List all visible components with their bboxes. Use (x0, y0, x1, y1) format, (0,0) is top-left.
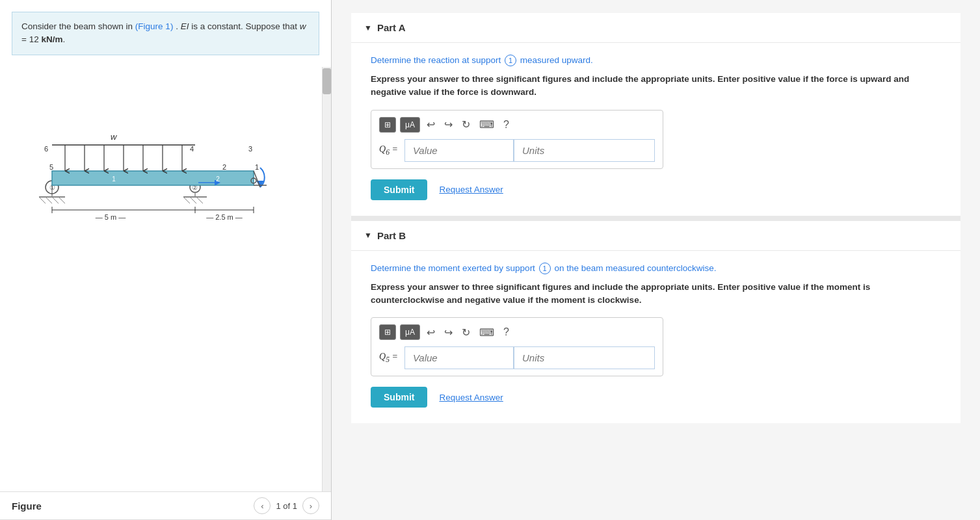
part-a-input-label: Q6 = (379, 144, 398, 157)
part-b-mu-button[interactable]: μA (400, 324, 420, 340)
part-b-matrix-button[interactable]: ⊞ (379, 324, 396, 340)
parts-divider (351, 216, 960, 221)
svg-text:w: w (111, 132, 118, 142)
part-a-section: ▼ Part A Determine the reaction at suppo… (351, 13, 960, 216)
right-panel: ▼ Part A Determine the reaction at suppo… (332, 0, 980, 520)
part-a-header[interactable]: ▼ Part A (351, 13, 960, 43)
figure-prev-button[interactable]: ‹ (254, 497, 271, 514)
left-panel: Consider the beam shown in (Figure 1) . … (0, 0, 332, 520)
part-b-request-answer-button[interactable]: Request Answer (439, 393, 503, 402)
figure-count: 1 of 1 (276, 501, 297, 511)
problem-text-before: Consider the beam shown in (21, 21, 135, 31)
figure-next-button[interactable]: › (302, 497, 319, 514)
part-a-mu-button[interactable]: μA (400, 117, 420, 133)
part-b-submit-button[interactable]: Submit (371, 387, 427, 408)
figure-link[interactable]: (Figure 1) (135, 21, 174, 31)
part-b-section: ▼ Part B Determine the moment exerted by… (351, 221, 960, 424)
part-a-answer-box: ⊞ μA ↩ ↪ ↻ ⌨ ? Q6 = (371, 110, 663, 169)
part-a-body: Determine the reaction at support 1 meas… (351, 43, 960, 216)
part-b-chevron-icon: ▼ (364, 231, 372, 240)
svg-text:1: 1 (112, 176, 116, 183)
part-a-title: Part A (377, 22, 406, 33)
svg-text:5: 5 (49, 163, 53, 171)
scroll-thumb (323, 68, 331, 94)
svg-rect-15 (52, 171, 254, 185)
mu-icon-b: μA (405, 328, 415, 337)
part-b-body: Determine the moment exerted by support … (351, 251, 960, 424)
part-b-input-row: Q5 = (379, 346, 655, 369)
svg-line-3 (46, 197, 52, 203)
mu-icon: μA (405, 120, 415, 129)
part-a-keyboard-button[interactable]: ⌨ (477, 117, 497, 132)
svg-line-11 (183, 197, 190, 203)
part-b-header[interactable]: ▼ Part B (351, 221, 960, 251)
support-circle-2: 1 (539, 263, 551, 274)
part-a-units-input[interactable] (514, 139, 655, 162)
part-a-matrix-button[interactable]: ⊞ (379, 117, 396, 133)
svg-text:2: 2 (216, 176, 220, 183)
part-b-undo-button[interactable]: ↩ (424, 325, 438, 340)
matrix-icon: ⊞ (384, 120, 391, 129)
part-a-input-row: Q6 = (379, 139, 655, 162)
svg-line-4 (52, 197, 59, 203)
part-b-redo-button[interactable]: ↪ (442, 325, 455, 340)
part-a-action-row: Submit Request Answer (371, 179, 941, 200)
part-b-instruction: Determine the moment exerted by support … (371, 263, 941, 274)
svg-text:1: 1 (255, 163, 259, 171)
part-b-input-label: Q5 = (379, 352, 398, 364)
problem-statement: Consider the beam shown in (Figure 1) . … (12, 12, 319, 55)
svg-text:6: 6 (44, 145, 48, 153)
part-b-value-input[interactable] (404, 346, 514, 369)
figure-header: Figure ‹ 1 of 1 › (0, 491, 331, 520)
matrix-icon-b: ⊞ (384, 328, 391, 337)
part-b-title: Part B (377, 230, 406, 241)
figure-scrollbar[interactable] (322, 67, 331, 492)
figure-title: Figure (12, 500, 42, 512)
part-b-action-row: Submit Request Answer (371, 387, 941, 408)
part-b-answer-box: ⊞ μA ↩ ↪ ↻ ⌨ ? Q5 = (371, 317, 663, 376)
svg-line-13 (196, 197, 203, 203)
part-a-bold-instruction: Express your answer to three significant… (371, 73, 941, 99)
svg-text:3: 3 (248, 145, 252, 153)
part-b-refresh-button[interactable]: ↻ (459, 325, 473, 340)
svg-line-5 (59, 197, 65, 203)
part-a-submit-button[interactable]: Submit (371, 179, 427, 200)
part-a-request-answer-button[interactable]: Request Answer (439, 185, 503, 194)
part-a-undo-button[interactable]: ↩ (424, 117, 438, 132)
svg-text:— 2.5 m —: — 2.5 m — (206, 213, 243, 221)
part-a-help-button[interactable]: ? (501, 118, 512, 132)
part-a-chevron-icon: ▼ (364, 23, 372, 32)
svg-text:2: 2 (222, 163, 226, 171)
figure-nav: ‹ 1 of 1 › (254, 497, 319, 514)
part-b-keyboard-button[interactable]: ⌨ (477, 325, 497, 340)
part-a-refresh-button[interactable]: ↻ (459, 117, 473, 132)
part-b-toolbar: ⊞ μA ↩ ↪ ↻ ⌨ ? (379, 324, 655, 340)
part-a-redo-button[interactable]: ↪ (442, 117, 455, 132)
support-circle-1: 1 (505, 55, 516, 66)
beam-diagram: ① ② (26, 86, 306, 229)
part-b-help-button[interactable]: ? (501, 325, 512, 339)
part-a-instruction: Determine the reaction at support 1 meas… (371, 55, 941, 66)
figure-area: ① ② (0, 67, 331, 492)
part-b-bold-instruction: Express your answer to three significant… (371, 281, 941, 307)
svg-text:4: 4 (190, 145, 194, 153)
part-a-value-input[interactable] (404, 139, 514, 162)
svg-line-2 (39, 197, 46, 203)
part-b-units-input[interactable] (514, 346, 655, 369)
svg-text:— 5 m —: — 5 m — (95, 213, 125, 221)
part-a-toolbar: ⊞ μA ↩ ↪ ↻ ⌨ ? (379, 117, 655, 133)
svg-line-12 (190, 197, 196, 203)
